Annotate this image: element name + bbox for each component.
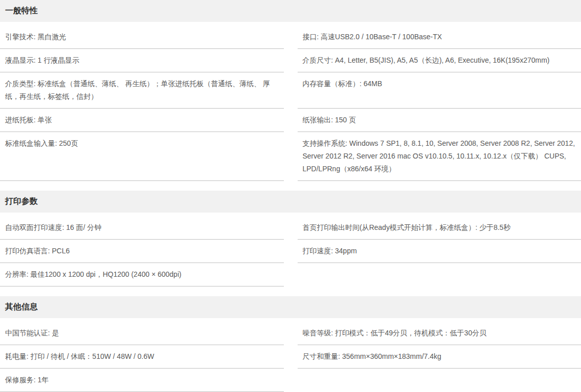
- spec-cell-first-page-time: 首页打印输出时间(从Ready模式开始计算，标准纸盒）: 少于8.5秒: [298, 216, 581, 240]
- spec-cell-media-size: 介质尺寸: A4, Letter, B5(JIS), A5, A5（长边), A…: [298, 49, 581, 72]
- spec-cell-energy-certification: 中国节能认证: 是: [0, 322, 284, 345]
- spec-cell-tray-capacity: 标准纸盒输入量: 250页: [0, 132, 284, 181]
- spec-cell-feed-tray: 进纸托板: 单张: [0, 109, 284, 132]
- spec-cell-empty: [298, 263, 581, 286]
- section-title: 其他信息: [5, 302, 38, 312]
- spec-cell-lcd-display: 液晶显示: 1 行液晶显示: [0, 49, 284, 72]
- section-print-parameters: 打印参数 自动双面打印速度: 16 面/ 分钟 首页打印输出时间(从Ready模…: [0, 191, 581, 286]
- spec-cell-interface: 接口: 高速USB2.0 / 10Base-T / 100Base-TX: [298, 25, 581, 49]
- section-header: 打印参数: [0, 191, 581, 213]
- section-general-features: 一般特性 引擎技术: 黑白激光 接口: 高速USB2.0 / 10Base-T …: [0, 0, 581, 181]
- section-header: 一般特性: [0, 0, 581, 22]
- spec-cell-media-type: 介质类型: 标准纸盒（普通纸、薄纸、 再生纸）；单张进纸托板（普通纸、薄纸、 厚…: [0, 72, 284, 109]
- section-title: 打印参数: [5, 196, 38, 207]
- spec-grid: 自动双面打印速度: 16 面/ 分钟 首页打印输出时间(从Ready模式开始计算…: [0, 216, 581, 286]
- spec-cell-print-speed: 打印速度: 34ppm: [298, 240, 581, 263]
- spec-cell-engine-tech: 引擎技术: 黑白激光: [0, 25, 284, 49]
- spec-cell-noise-level: 噪音等级: 打印模式：低于49分贝，待机模式：低于30分贝: [298, 322, 581, 345]
- spec-cell-paper-output: 纸张输出: 150 页: [298, 109, 581, 132]
- spec-cell-power-consumption: 耗电量: 打印 / 待机 / 休眠：510W / 48W / 0.6W: [0, 345, 284, 369]
- spec-cell-empty: [298, 369, 581, 392]
- spec-page: 一般特性 引擎技术: 黑白激光 接口: 高速USB2.0 / 10Base-T …: [0, 0, 581, 392]
- section-header: 其他信息: [0, 296, 581, 318]
- spec-cell-dimensions-weight: 尺寸和重量: 356mm×360mm×183mm/7.4kg: [298, 345, 581, 369]
- spec-cell-memory: 内存容量（标准）: 64MB: [298, 72, 581, 109]
- spec-cell-warranty: 保修服务: 1年: [0, 369, 284, 392]
- spec-cell-resolution: 分辨率: 最佳1200 x 1200 dpi，HQ1200 (2400 × 60…: [0, 263, 284, 286]
- spec-cell-duplex-speed: 自动双面打印速度: 16 面/ 分钟: [0, 216, 284, 240]
- section-title: 一般特性: [5, 6, 38, 16]
- spec-grid: 中国节能认证: 是 噪音等级: 打印模式：低于49分贝，待机模式：低于30分贝 …: [0, 322, 581, 392]
- section-other-info: 其他信息 中国节能认证: 是 噪音等级: 打印模式：低于49分贝，待机模式：低于…: [0, 296, 581, 392]
- spec-grid: 引擎技术: 黑白激光 接口: 高速USB2.0 / 10Base-T / 100…: [0, 25, 581, 181]
- spec-cell-emulation-language: 打印仿真语言: PCL6: [0, 240, 284, 263]
- spec-cell-supported-os: 支持操作系统: Windows 7 SP1, 8, 8.1, 10, Serve…: [298, 132, 581, 181]
